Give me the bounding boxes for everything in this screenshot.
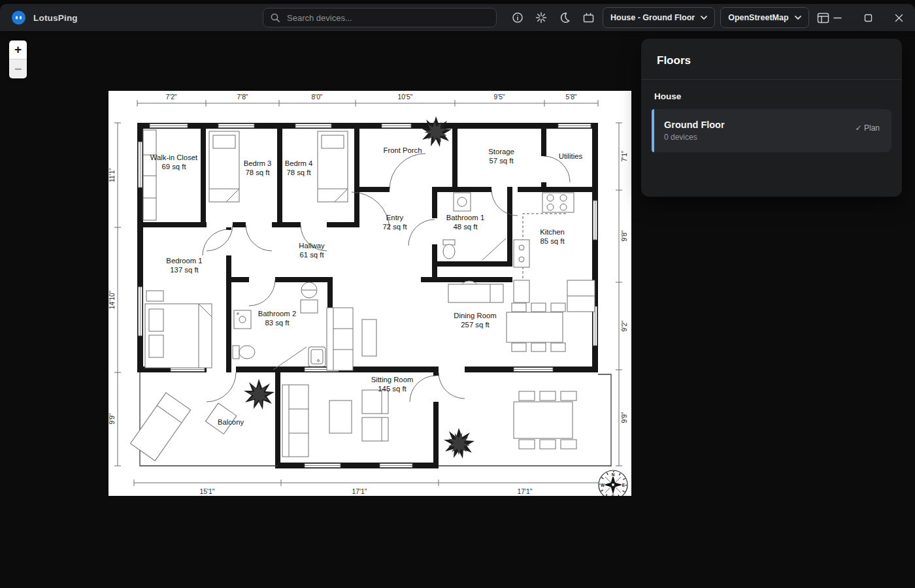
zoom-controls: + − (9, 41, 27, 78)
room-label-sitting-room: Sitting Room (371, 376, 414, 384)
svg-text:S: S (612, 494, 615, 496)
info-icon (512, 12, 524, 24)
search-input[interactable] (286, 12, 490, 24)
svg-text:137 sq ft: 137 sq ft (170, 266, 199, 274)
svg-text:E: E (622, 483, 625, 487)
chevron-down-icon (701, 16, 707, 20)
minimize-button[interactable] (827, 8, 847, 27)
svg-text:W: W (601, 483, 605, 487)
zoom-out-button[interactable]: − (9, 59, 27, 78)
svg-text:48 sq ft: 48 sq ft (453, 223, 478, 231)
svg-text:69 sq ft: 69 sq ft (161, 163, 186, 171)
floor-device-count: 0 devices (664, 133, 725, 142)
floor-selector-dropdown[interactable]: House - Ground Floor (603, 7, 715, 28)
compass-icon: N E S W (599, 470, 627, 496)
svg-text:9'5": 9'5" (493, 93, 505, 101)
brand: LotusPing (12, 11, 78, 25)
floors-panel-title: Floors (641, 39, 902, 79)
close-icon (895, 14, 903, 22)
maximize-button[interactable] (858, 8, 878, 27)
minimize-icon (833, 14, 842, 22)
svg-text:57 sq ft: 57 sq ft (489, 157, 514, 165)
floorplan-image[interactable]: 7'2" 7'8" 8'0" 10'5" 9'5" 5'8" 11'1" 14'… (108, 91, 631, 496)
titlebar: LotusPing (0, 4, 915, 32)
svg-text:78 sq ft: 78 sq ft (245, 169, 270, 176)
moon-icon (559, 12, 571, 24)
room-label-storage: Storage (488, 148, 514, 155)
svg-text:N: N (612, 472, 615, 477)
svg-text:10'5": 10'5" (398, 93, 413, 101)
brightness-button[interactable] (532, 8, 550, 27)
room-label-kitchen: Kitchen (540, 228, 565, 236)
floor-selector-value: House - Ground Floor (610, 13, 695, 22)
dark-mode-button[interactable] (556, 8, 574, 27)
svg-text:9'9": 9'9" (621, 412, 628, 423)
room-label-front-porch: Front Porch (383, 146, 422, 154)
svg-text:11'1": 11'1" (108, 168, 116, 182)
app-window: LotusPing (0, 4, 915, 588)
room-label-hallway: Hallway (299, 242, 325, 250)
svg-text:17'1": 17'1" (518, 488, 533, 495)
room-label-entry: Entry (386, 214, 404, 221)
svg-text:61 sq ft: 61 sq ft (299, 251, 324, 259)
svg-text:7'2": 7'2" (165, 93, 176, 101)
search-bar[interactable] (263, 8, 497, 27)
room-label-bathroom-1: Bathroom 1 (446, 214, 484, 221)
app-logo-icon (12, 11, 25, 25)
brightness-icon (535, 12, 547, 24)
floor-plan-badge: ✓ Plan (856, 123, 880, 133)
svg-text:7'1": 7'1" (621, 150, 628, 161)
floor-name: Ground Floor (664, 120, 725, 130)
svg-text:78 sq ft: 78 sq ft (286, 169, 311, 176)
room-label-walk-in-closet: Walk-in Closet (150, 154, 198, 161)
maximize-icon (864, 14, 873, 22)
room-label-bedrm-4: Bedrm 4 (285, 159, 313, 167)
building-group-label: House (641, 80, 902, 101)
svg-text:7'8": 7'8" (237, 93, 248, 101)
svg-text:15'1": 15'1" (200, 488, 215, 495)
floors-panel: Floors House Ground Floor 0 devices ✓ Pl… (641, 39, 902, 197)
window-controls (827, 8, 908, 27)
app-title: LotusPing (33, 13, 78, 23)
svg-text:145 sq ft: 145 sq ft (378, 385, 407, 393)
room-label-utilities: Utilities (559, 152, 583, 160)
floor-list-item-ground-floor[interactable]: Ground Floor 0 devices ✓ Plan (652, 109, 891, 152)
svg-text:83 sq ft: 83 sq ft (265, 319, 290, 327)
titlebar-icons (508, 8, 597, 27)
room-label-balcony: Balcony (218, 418, 244, 426)
floor-info: Ground Floor 0 devices (652, 120, 725, 142)
search-icon (270, 12, 280, 23)
svg-text:9'9": 9'9" (108, 413, 116, 424)
info-button[interactable] (508, 8, 527, 27)
svg-text:9'8": 9'8" (621, 230, 628, 241)
room-label-dining-room: Dining Room (454, 312, 496, 319)
svg-text:14'10": 14'10" (108, 290, 116, 309)
zoom-in-button[interactable]: + (9, 41, 27, 59)
room-label-bedroom-1: Bedroom 1 (166, 257, 202, 265)
floor-item-accent (652, 109, 654, 152)
svg-text:85 sq ft: 85 sq ft (540, 237, 565, 245)
chevron-down-icon (795, 16, 801, 20)
map-provider-dropdown[interactable]: OpenStreetMap (720, 7, 808, 28)
tv-icon (582, 12, 595, 24)
map-canvas[interactable]: + − (0, 32, 915, 588)
svg-text:5'8": 5'8" (565, 93, 576, 101)
svg-text:17'1": 17'1" (352, 488, 367, 495)
titlebar-selects: House - Ground Floor OpenStreetMap (603, 7, 833, 28)
close-button[interactable] (889, 8, 908, 27)
svg-text:9'2": 9'2" (621, 320, 628, 331)
room-label-bedrm-3: Bedrm 3 (244, 159, 272, 167)
map-provider-value: OpenStreetMap (728, 13, 788, 22)
tv-mode-button[interactable] (579, 8, 597, 27)
svg-text:72 sq ft: 72 sq ft (382, 223, 407, 231)
svg-text:8'0": 8'0" (311, 93, 322, 101)
svg-text:257 sq ft: 257 sq ft (461, 321, 490, 329)
room-label-bathroom-2: Bathroom 2 (258, 310, 296, 318)
